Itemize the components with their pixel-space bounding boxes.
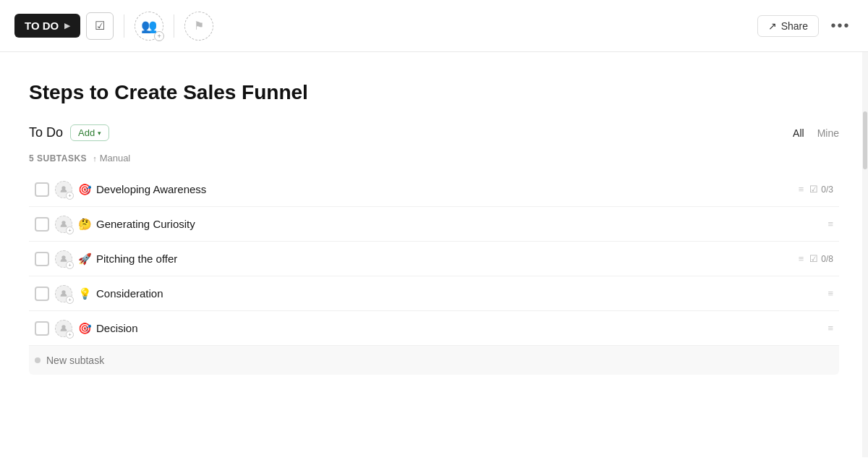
avatar-plus-icon: + (66, 296, 74, 304)
people-button[interactable]: 👥 + (135, 12, 163, 41)
new-subtask-input[interactable] (46, 355, 833, 366)
task-checkbox-4[interactable] (35, 321, 49, 336)
task-name-4: 🎯 Decision (78, 322, 822, 335)
more-icon: ••• (830, 17, 850, 34)
drag-handle-0[interactable]: ≡ (799, 184, 804, 195)
task-avatar-2[interactable]: + (55, 250, 72, 268)
task-count-2: ☑ 0/8 (809, 253, 833, 264)
flag-button[interactable]: ⚑ (184, 12, 213, 41)
task-checkbox-0[interactable] (35, 182, 49, 197)
drag-handle-3[interactable]: ≡ (827, 288, 833, 299)
avatar-plus-icon: + (66, 331, 74, 339)
subtasks-meta: 5 SUBTASKS ↑ Manual (29, 153, 839, 164)
filter-all-button[interactable]: All (793, 127, 804, 139)
scrollbar-thumb[interactable] (863, 111, 867, 169)
share-button[interactable]: ↗ Share (757, 15, 819, 37)
task-row: + 🚀 Pitching the offer ≡ ☑ 0/8 (29, 242, 839, 276)
task-checkbox-1[interactable] (35, 217, 49, 232)
task-name-1: 🤔 Generating Curiosity (78, 218, 822, 231)
filter-area: All Mine (793, 127, 839, 139)
task-row: + 🎯 Decision ≡ (29, 311, 839, 346)
task-name-0: 🎯 Developing Awareness (78, 183, 793, 196)
add-label: Add (78, 127, 95, 138)
todo-label: TO DO (25, 20, 59, 32)
task-name-2: 🚀 Pitching the offer (78, 253, 793, 266)
avatar-plus-icon: + (66, 226, 74, 234)
chevron-right-icon: ▶ (64, 22, 70, 30)
check-button[interactable]: ☑ (86, 12, 114, 40)
sort-button[interactable]: ↑ Manual (93, 153, 130, 164)
section-header: To Do Add ▾ All Mine (29, 124, 839, 141)
flag-icon: ⚑ (194, 19, 204, 33)
sort-icon: ↑ (93, 154, 97, 163)
task-emoji-4: 🎯 (78, 322, 92, 335)
check-count-icon-2: ☑ (809, 253, 818, 264)
plus-badge-icon: + (154, 31, 164, 41)
subtasks-count: 5 SUBTASKS (29, 153, 87, 164)
drag-handle-4[interactable]: ≡ (827, 323, 833, 334)
drag-handle-2[interactable]: ≡ (799, 253, 804, 264)
task-avatar-4[interactable]: + (55, 320, 72, 337)
people-icon: 👥 (141, 18, 157, 34)
drag-handle-1[interactable]: ≡ (827, 219, 833, 229)
task-list: + 🎯 Developing Awareness ≡ ☑ 0/3 + 🤔 Gen… (29, 172, 839, 346)
new-subtask-row (29, 346, 839, 375)
task-row: + 🤔 Generating Curiosity ≡ (29, 207, 839, 242)
task-avatar-3[interactable]: + (55, 285, 72, 302)
task-count-0: ☑ 0/3 (809, 184, 833, 195)
task-emoji-1: 🤔 (78, 218, 92, 231)
todo-button[interactable]: TO DO ▶ (14, 14, 80, 38)
task-checkbox-3[interactable] (35, 287, 49, 301)
filter-mine-button[interactable]: Mine (817, 127, 839, 139)
check-count-icon-0: ☑ (809, 184, 818, 195)
task-row: + 💡 Consideration ≡ (29, 276, 839, 311)
task-emoji-3: 💡 (78, 287, 92, 300)
task-emoji-0: 🎯 (78, 183, 92, 196)
avatar-plus-icon: + (66, 261, 74, 269)
check-icon: ☑ (95, 19, 105, 33)
page-title: Steps to Create Sales Funnel (29, 81, 839, 104)
new-subtask-dot (35, 357, 41, 363)
share-label: Share (781, 20, 808, 32)
share-icon: ↗ (768, 20, 777, 32)
divider-2 (174, 14, 174, 38)
main-content: Steps to Create Sales Funnel To Do Add ▾… (0, 52, 868, 396)
more-options-button[interactable]: ••• (827, 13, 854, 39)
topbar-right: ↗ Share ••• (757, 13, 854, 39)
add-button[interactable]: Add ▾ (70, 124, 109, 141)
task-name-3: 💡 Consideration (78, 287, 822, 300)
sort-label: Manual (100, 153, 131, 164)
section-title: To Do (29, 125, 63, 140)
chevron-down-icon: ▾ (98, 130, 101, 137)
task-avatar-0[interactable]: + (55, 181, 72, 198)
task-avatar-1[interactable]: + (55, 216, 72, 233)
task-checkbox-2[interactable] (35, 252, 49, 266)
task-emoji-2: 🚀 (78, 253, 92, 266)
scrollbar-track[interactable] (862, 52, 868, 457)
task-row: + 🎯 Developing Awareness ≡ ☑ 0/3 (29, 172, 839, 207)
topbar: TO DO ▶ ☑ 👥 + ⚑ ↗ Share ••• (0, 0, 868, 52)
avatar-plus-icon: + (66, 192, 74, 200)
divider (124, 14, 124, 38)
